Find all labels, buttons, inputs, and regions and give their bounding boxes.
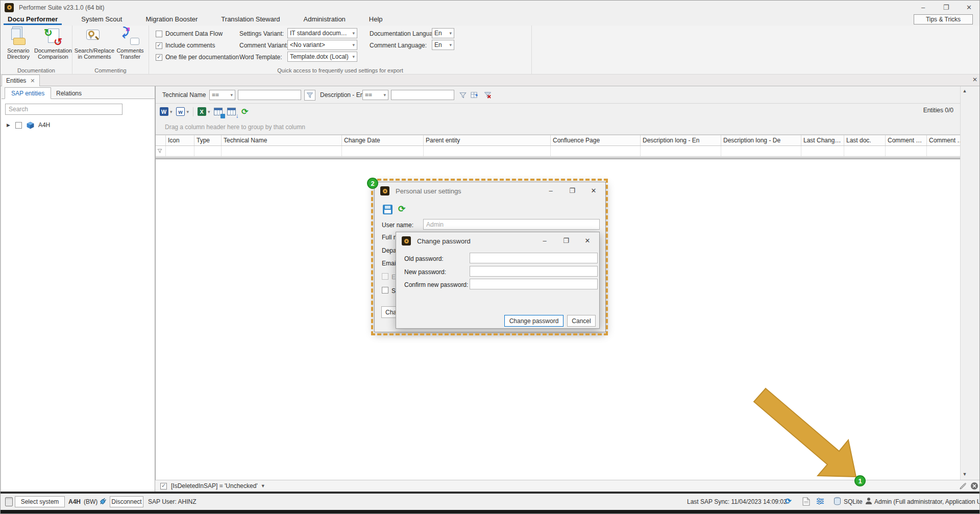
column-header-description-en[interactable]: Description long - En — [641, 135, 721, 145]
dialog-title-bar[interactable]: Personal user settings – ❐ ✕ — [375, 182, 605, 200]
refresh-button[interactable]: ⟳ — [240, 107, 250, 117]
database-name[interactable]: SQLite — [844, 498, 863, 505]
save-icon[interactable] — [383, 205, 393, 214]
tab-sap-entities[interactable]: SAP entities — [5, 87, 51, 99]
comment-language-dropdown[interactable]: En▾ — [432, 40, 454, 50]
documentation-comparison-button[interactable]: ↻↺ Documentation Comparison — [36, 28, 70, 65]
filter-cell[interactable] — [886, 146, 927, 156]
clear-filter-icon[interactable] — [482, 90, 493, 101]
open-word-document-button[interactable]: w — [176, 107, 186, 117]
minimize-icon[interactable]: – — [912, 1, 935, 14]
filter-cell[interactable] — [222, 146, 342, 156]
close-icon[interactable]: ✕ — [577, 233, 598, 248]
load-layout-button[interactable]: ↓ — [227, 107, 237, 117]
search-input[interactable] — [5, 104, 122, 115]
change-password-button[interactable]: Change password — [504, 315, 564, 327]
cancel-button[interactable]: Cancel — [567, 315, 596, 327]
select-system-button[interactable]: Select system — [15, 496, 65, 507]
system-list-icon[interactable] — [5, 497, 13, 506]
column-header-confluence-page[interactable]: Confluence Page — [551, 135, 641, 145]
filter-cell[interactable] — [551, 146, 641, 156]
filter-icon[interactable] — [458, 90, 468, 101]
disconnect-button[interactable]: Disconnect — [110, 496, 143, 507]
edit-filter-icon[interactable] — [959, 482, 967, 490]
filter-cell[interactable] — [424, 146, 551, 156]
export-word-button[interactable]: W — [159, 107, 169, 117]
tab-help[interactable]: Help — [362, 14, 390, 25]
old-password-input[interactable] — [470, 253, 598, 263]
save-layout-button[interactable] — [213, 107, 224, 117]
username-input[interactable] — [423, 219, 600, 230]
documentation-language-dropdown[interactable]: En▾ — [432, 28, 454, 38]
tips-and-tricks-button[interactable]: Tips & Tricks — [914, 14, 973, 25]
sync-icon[interactable]: ⟳ — [785, 497, 792, 506]
column-header-last-doc[interactable]: Last doc. — [844, 135, 886, 145]
minimize-icon[interactable]: – — [540, 183, 561, 198]
new-password-input[interactable] — [470, 266, 598, 277]
column-header-last-change[interactable]: Last Change... — [801, 135, 844, 145]
tab-system-scout[interactable]: System Scout — [74, 14, 129, 25]
technical-name-operator-dropdown[interactable]: ==▾ — [209, 90, 235, 100]
filter-cell[interactable] — [194, 146, 222, 156]
filter-cell[interactable] — [342, 146, 424, 156]
close-all-icon[interactable]: ✕ — [972, 76, 977, 83]
tab-migration-booster[interactable]: Migration Booster — [138, 14, 205, 25]
column-header-icon[interactable]: Icon — [166, 135, 194, 145]
scroll-down-icon[interactable]: ▼ — [961, 472, 969, 477]
maximize-icon[interactable]: ❐ — [561, 183, 583, 198]
scroll-up-icon[interactable]: ▲ — [961, 88, 969, 93]
column-header-technical-name[interactable]: Technical Name — [222, 135, 342, 145]
description-operator-dropdown[interactable]: ==▾ — [362, 90, 388, 100]
confirm-password-input[interactable] — [470, 279, 598, 289]
export-excel-button[interactable]: X — [197, 107, 207, 117]
tab-docu-performer[interactable]: Docu Performer — [1, 14, 65, 25]
filter-cell[interactable] — [166, 146, 194, 156]
tree-checkbox[interactable] — [15, 122, 22, 129]
chevron-down-icon[interactable]: ▾ — [187, 109, 189, 114]
comment-variant-dropdown[interactable]: <No variant>▾ — [287, 40, 357, 50]
filter-cell[interactable] — [641, 146, 721, 156]
filter-expression[interactable]: [IsDeletedInSAP] = 'Unchecked' — [171, 482, 258, 489]
log-document-icon[interactable] — [802, 497, 810, 506]
close-filter-icon[interactable] — [970, 482, 978, 490]
settings-variant-dropdown[interactable]: IT standard document...▾ — [287, 28, 357, 38]
filter-cell[interactable] — [801, 146, 844, 156]
tab-entities[interactable]: Entities ✕ — [2, 75, 40, 86]
apply-filter-button[interactable] — [304, 90, 315, 101]
column-header-type[interactable]: Type — [194, 135, 222, 145]
search-replace-comments-button[interactable]: Search/Replace in Comments — [77, 28, 112, 65]
settings-sliders-icon[interactable] — [816, 497, 824, 505]
checkbox-one-file-per-doc[interactable]: One file per documentation — [156, 53, 239, 61]
clipped-checkbox[interactable] — [382, 273, 388, 280]
filter-enabled-checkbox[interactable] — [160, 483, 167, 489]
chevron-down-icon[interactable]: ▾ — [208, 109, 210, 114]
filter-editor-icon[interactable] — [469, 90, 479, 101]
checkbox-document-data-flow[interactable]: Document Data Flow — [156, 30, 223, 38]
group-by-band[interactable]: Drag a column header here to group by th… — [156, 119, 969, 135]
dialog-title-bar[interactable]: Change password – ❐ ✕ — [396, 232, 599, 250]
checkbox-include-comments[interactable]: Include comments — [156, 41, 215, 50]
maximize-icon[interactable]: ❐ — [555, 233, 577, 248]
clipped-checkbox[interactable] — [382, 287, 388, 293]
vertical-scrollbar[interactable]: ▲ ▼ — [960, 86, 969, 480]
maximize-icon[interactable]: ❐ — [935, 1, 958, 14]
close-icon[interactable]: ✕ — [583, 183, 604, 198]
column-header-comment-co[interactable]: Comment Co... — [886, 135, 927, 145]
column-header-description-de[interactable]: Description long - De — [721, 135, 801, 145]
tab-translation-steward[interactable]: Translation Steward — [214, 14, 287, 25]
column-header-change-date[interactable]: Change Date — [342, 135, 424, 145]
chevron-down-icon[interactable]: ▾ — [170, 109, 173, 114]
close-icon[interactable]: ✕ — [958, 1, 980, 14]
description-filter-input[interactable] — [391, 90, 454, 100]
chevron-down-icon[interactable]: ▼ — [261, 483, 265, 488]
comments-transfer-button[interactable]: ⤸ Comments Transfer — [114, 28, 146, 65]
tree-expander-icon[interactable]: ▶ — [7, 123, 10, 128]
tab-administration[interactable]: Administration — [296, 14, 352, 25]
close-tab-icon[interactable]: ✕ — [30, 78, 35, 84]
scenario-directory-button[interactable]: Scenario Directory — [2, 28, 35, 65]
tab-relations[interactable]: Relations — [50, 87, 88, 99]
word-template-dropdown[interactable]: Template.dotx (Local)▾ — [287, 52, 357, 62]
column-header-parent-entity[interactable]: Parent entity — [424, 135, 551, 145]
refresh-icon[interactable]: ⟳ — [398, 204, 405, 214]
filter-cell[interactable] — [844, 146, 886, 156]
